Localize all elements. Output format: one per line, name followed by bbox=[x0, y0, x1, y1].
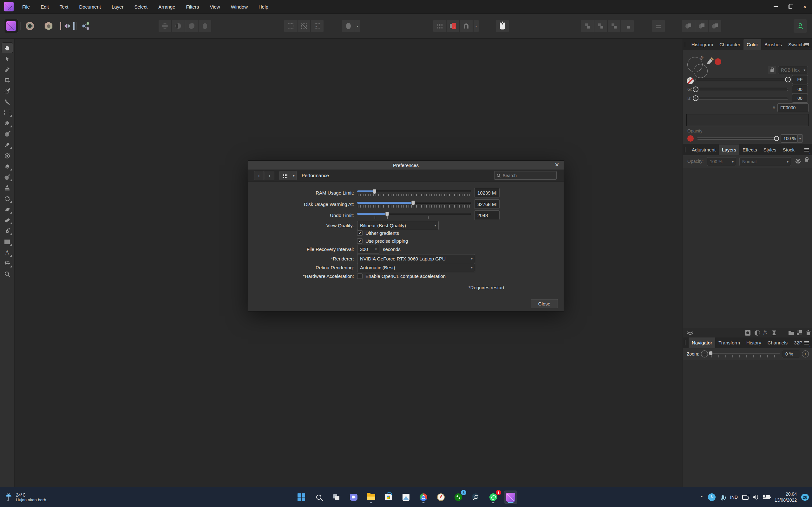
layers-opacity-dropdown[interactable]: 100 %▾ bbox=[707, 157, 736, 166]
account-button[interactable] bbox=[794, 19, 807, 33]
menu-edit[interactable]: Edit bbox=[35, 0, 54, 13]
dialog-close-button[interactable]: Close bbox=[531, 299, 558, 308]
chrome-button[interactable] bbox=[417, 491, 430, 504]
task-view-button[interactable] bbox=[330, 491, 343, 504]
new-pattern-icon[interactable] bbox=[797, 330, 802, 335]
flood-fill-tool[interactable] bbox=[2, 118, 13, 129]
blend-mode-dropdown[interactable]: Normal▾ bbox=[740, 157, 791, 166]
gradient-tool[interactable] bbox=[2, 129, 13, 139]
color-picker-tool[interactable] bbox=[2, 64, 13, 75]
sections-grid-button[interactable] bbox=[280, 171, 291, 180]
language-indicator[interactable]: IND bbox=[730, 495, 738, 500]
panel-menu-icon[interactable] bbox=[804, 148, 810, 153]
tab-layers[interactable]: Layers bbox=[719, 145, 740, 155]
text-tool[interactable]: A bbox=[2, 247, 13, 258]
magnet-button[interactable] bbox=[460, 20, 473, 32]
smudge-brush-tool[interactable] bbox=[2, 204, 13, 215]
tab-stock[interactable]: Stock bbox=[780, 145, 798, 155]
panel-menu-icon[interactable] bbox=[804, 43, 810, 48]
menu-view[interactable]: View bbox=[204, 0, 225, 13]
gauge-app-button[interactable] bbox=[435, 491, 447, 504]
adjustment-layer-icon[interactable] bbox=[755, 330, 760, 336]
tab-character[interactable]: Character bbox=[716, 39, 744, 50]
whatsapp-button[interactable]: 1 bbox=[487, 491, 500, 504]
battery-charging-icon[interactable] bbox=[763, 495, 770, 499]
clock-datetime[interactable]: 20.04 13/08/2022 bbox=[774, 491, 797, 503]
volume-button[interactable] bbox=[753, 495, 759, 499]
tab-transform[interactable]: Transform bbox=[715, 337, 743, 348]
network-icon[interactable] bbox=[742, 495, 749, 500]
flood-select-tool[interactable] bbox=[2, 96, 13, 107]
search-input[interactable] bbox=[503, 173, 554, 178]
green-value-input[interactable] bbox=[792, 85, 808, 94]
blemish-removal-tool[interactable] bbox=[2, 215, 13, 226]
move-tool[interactable] bbox=[2, 53, 13, 64]
tab-brushes[interactable]: Brushes bbox=[761, 39, 785, 50]
color-opacity-value[interactable]: 100 % bbox=[780, 134, 798, 143]
preferences-searchbox[interactable] bbox=[494, 171, 557, 180]
xbox-button[interactable]: 3 bbox=[452, 491, 465, 504]
red-slider[interactable] bbox=[695, 78, 788, 81]
zoom-slider-thumb[interactable] bbox=[709, 351, 712, 355]
hidden-icons-chevron[interactable]: ⌃ bbox=[700, 495, 704, 500]
quick-mask-button[interactable] bbox=[342, 20, 355, 32]
bool-add-button[interactable] bbox=[682, 20, 695, 32]
sections-grid-caret[interactable]: ▾ bbox=[291, 171, 297, 180]
zoom-slider[interactable] bbox=[711, 353, 780, 354]
blue-value-input[interactable] bbox=[792, 94, 808, 103]
auto-white-balance-button[interactable] bbox=[199, 20, 211, 32]
menu-text[interactable]: Text bbox=[54, 0, 74, 13]
undo-limit-slider[interactable] bbox=[357, 213, 471, 215]
retina-rendering-dropdown[interactable]: Automatic (Best)▾ bbox=[357, 263, 475, 272]
weather-widget[interactable]: 24°C Hujan akan berh... bbox=[5, 493, 49, 502]
current-color-swatch[interactable] bbox=[715, 58, 721, 65]
green-slider[interactable] bbox=[695, 88, 788, 91]
snapping-dropdown[interactable]: ▾ bbox=[473, 20, 478, 32]
ram-slider-thumb[interactable] bbox=[373, 189, 376, 194]
mask-layer-icon[interactable] bbox=[745, 330, 751, 336]
nav-forward-button[interactable]: › bbox=[264, 171, 274, 180]
alignment-button[interactable] bbox=[652, 20, 665, 32]
tab-histogram[interactable]: Histogram bbox=[688, 39, 716, 50]
marquee-select-tool[interactable] bbox=[2, 107, 13, 118]
start-button[interactable] bbox=[295, 491, 308, 504]
dither-gradients-checkbox[interactable] bbox=[357, 230, 362, 236]
paint-mixer-brush-tool[interactable] bbox=[2, 193, 13, 204]
zoom-in-button[interactable]: + bbox=[802, 350, 809, 357]
minimize-button[interactable] bbox=[768, 0, 783, 13]
paint-brush-tool[interactable] bbox=[2, 139, 13, 150]
photo-persona-button[interactable] bbox=[4, 19, 18, 33]
auto-colour-button[interactable] bbox=[185, 20, 198, 32]
green-slider-knob[interactable] bbox=[693, 87, 699, 92]
selection-intersect-button[interactable] bbox=[311, 20, 323, 32]
tab-navigator[interactable]: Navigator bbox=[689, 337, 715, 348]
fx-layer-icon[interactable]: fx bbox=[763, 330, 767, 335]
move-to-front-button[interactable] bbox=[621, 20, 634, 32]
layer-lock-button[interactable] bbox=[805, 158, 808, 162]
hex-value-input[interactable] bbox=[777, 103, 809, 112]
teams-chat-button[interactable] bbox=[347, 491, 360, 504]
auto-levels-button[interactable] bbox=[159, 20, 171, 32]
tab-history[interactable]: History bbox=[743, 337, 764, 348]
disk-warning-slider[interactable] bbox=[357, 202, 471, 204]
disk-slider-thumb[interactable] bbox=[411, 201, 415, 205]
ram-limit-value[interactable] bbox=[474, 188, 500, 198]
develop-persona-button[interactable] bbox=[42, 19, 55, 33]
menu-help[interactable]: Help bbox=[253, 0, 274, 13]
pen-tool[interactable] bbox=[2, 226, 13, 236]
move-to-back-button[interactable] bbox=[581, 20, 594, 32]
zoom-out-button[interactable]: − bbox=[701, 350, 708, 357]
dodge-brush-tool[interactable] bbox=[2, 172, 13, 182]
clock-tray-icon[interactable] bbox=[708, 493, 716, 501]
panel-grip[interactable] bbox=[685, 42, 685, 47]
file-explorer-button[interactable] bbox=[365, 491, 377, 504]
color-opacity-slider[interactable] bbox=[697, 137, 777, 140]
tab-effects[interactable]: Effects bbox=[740, 145, 760, 155]
menu-window[interactable]: Window bbox=[225, 0, 253, 13]
blue-slider-knob[interactable] bbox=[693, 95, 699, 101]
taskbar-search-button[interactable] bbox=[312, 491, 325, 504]
photos-button[interactable] bbox=[400, 491, 412, 504]
snapping-toggle-button[interactable]: → bbox=[447, 20, 459, 32]
trash-icon[interactable] bbox=[806, 330, 811, 336]
blend-options-gear-icon[interactable] bbox=[795, 158, 801, 164]
